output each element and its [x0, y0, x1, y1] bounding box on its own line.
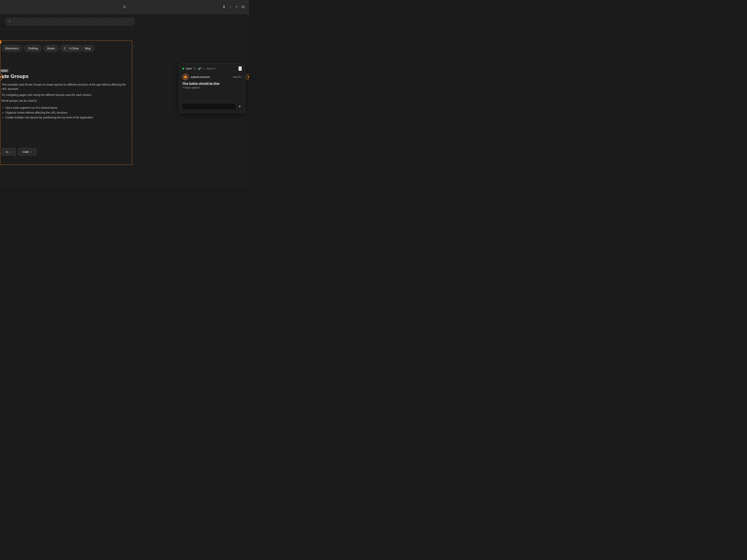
code-button[interactable]: Code →: [18, 148, 36, 156]
avatar-icon: [184, 76, 187, 79]
issue-panel: Open ⓘ 🔗 ✓ hace 9 s ✕ JulianKominovic ha…: [179, 63, 245, 113]
docs-button[interactable]: cs →: [2, 148, 16, 156]
browser-toolbar-right: ⬇ ↑ + ⧉: [222, 5, 244, 9]
list-item: Create multiple root layouts by partitio…: [5, 115, 128, 120]
share-icon[interactable]: ↑: [230, 5, 231, 9]
url-bar-container: [0, 14, 249, 27]
url-input[interactable]: [6, 18, 134, 25]
avatar: [182, 74, 188, 80]
content-list: Opt a route segment out of a shared layo…: [5, 105, 128, 120]
content-area: ute Groups This example uses Route Group…: [2, 73, 128, 120]
clicks-counter[interactable]: 0 Clicks: [66, 45, 82, 52]
nav-blog[interactable]: Blog: [81, 45, 94, 52]
nav-books[interactable]: Books: [44, 45, 58, 52]
page-title: ute Groups: [2, 73, 128, 79]
tabs-icon[interactable]: ⧉: [241, 5, 244, 9]
list-item: Organize routes without affecting the UR…: [5, 110, 128, 115]
issue-send-button[interactable]: ➤: [238, 104, 242, 109]
nav-clothing[interactable]: Clothing: [24, 45, 42, 52]
issue-info-icon[interactable]: ⓘ: [194, 67, 196, 71]
issue-user-timestamp: hace 9 s: [233, 76, 242, 78]
main-area: UT DREN Electronics Clothing Books Check…: [0, 14, 249, 187]
content-paragraph-1: This example uses Route Groups to create…: [2, 82, 128, 91]
nav-bar: Electronics Clothing Books Checkout Blog…: [2, 45, 94, 52]
issue-check-icon[interactable]: ✓: [203, 67, 205, 70]
issue-subtitle: > Issue opened: [182, 86, 242, 89]
content-paragraph-2: Try navigating pages and noting the diff…: [2, 93, 128, 97]
issue-time-header: hace 9 s: [207, 67, 215, 70]
issue-status-dot: [182, 68, 184, 70]
issue-close-button[interactable]: ✕: [238, 66, 242, 71]
dren-label: DREN: [0, 69, 8, 72]
resize-handle-right[interactable]: [244, 73, 249, 81]
browser-toolbar-center: ↻: [123, 5, 126, 9]
content-paragraph-3: Route groups can be used to:: [2, 99, 128, 103]
reload-icon[interactable]: ↻: [123, 5, 126, 9]
issue-reply-input[interactable]: [182, 103, 236, 110]
issue-panel-header: Open ⓘ 🔗 ✓ hace 9 s ✕: [182, 66, 242, 71]
download-icon[interactable]: ⬇: [222, 5, 226, 9]
issue-title: This button should be blue: [182, 82, 242, 85]
list-item: Opt a route segment out of a shared layo…: [5, 105, 128, 110]
browser-chrome: ↻ ⬇ ↑ + ⧉: [0, 0, 249, 14]
issue-link-icon[interactable]: 🔗: [198, 67, 201, 70]
newtab-icon[interactable]: +: [235, 5, 238, 9]
issue-user-row: JulianKominovic hace 9 s: [182, 74, 242, 80]
nav-electronics[interactable]: Electronics: [2, 45, 22, 52]
bottom-buttons: cs → Code →: [2, 148, 36, 156]
issue-status-text: Open: [186, 67, 192, 70]
issue-input-row: ➤: [182, 101, 242, 110]
issue-username: JulianKominovic: [190, 76, 210, 79]
